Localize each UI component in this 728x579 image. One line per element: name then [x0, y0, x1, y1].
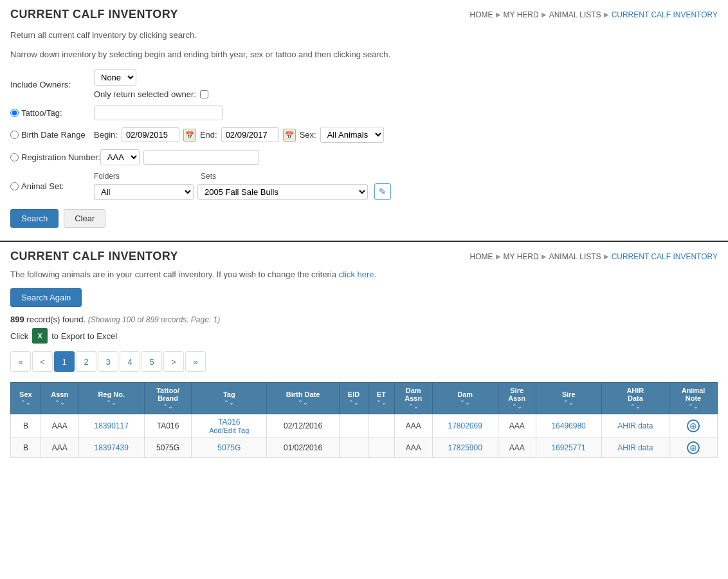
cell-animalnote: ⊕: [669, 414, 718, 438]
tattoo-radio-label[interactable]: Tattoo/Tag:: [10, 108, 94, 118]
dam-link[interactable]: 17825900: [448, 443, 482, 452]
breadcrumb-sep3: ▶: [604, 11, 609, 18]
table-row: B AAA 18397439 5075G 5075G 01/02/2016 AA…: [11, 438, 718, 458]
col-dam[interactable]: Dam⌃⌄: [432, 383, 498, 414]
breadcrumb-current-top: CURRENT CALF INVENTORY: [612, 10, 718, 19]
add-edit-tag-link[interactable]: Add/Edit Tag: [194, 427, 264, 434]
animal-note-btn[interactable]: ⊕: [687, 441, 700, 454]
click-here-link[interactable]: click here: [339, 270, 374, 279]
breadcrumb-myherd-top[interactable]: MY HERD: [504, 10, 539, 19]
begin-calendar-icon[interactable]: 📅: [183, 129, 196, 142]
owners-select[interactable]: None: [94, 69, 136, 86]
tattoo-radio[interactable]: [10, 109, 19, 117]
only-owner-checkbox[interactable]: [200, 90, 208, 98]
breadcrumb-home-top[interactable]: HOME: [470, 10, 493, 19]
begin-date-input[interactable]: [122, 127, 179, 142]
col-sex[interactable]: Sex⌃⌄: [11, 383, 41, 414]
breadcrumb-animallists-top[interactable]: ANIMAL LISTS: [549, 10, 601, 19]
record-count-sub: (Showing 100 of 899 records. Page: 1): [88, 315, 220, 324]
cell-tag: TA016 Add/Edit Tag: [192, 414, 267, 438]
page-2-btn[interactable]: 2: [76, 351, 96, 372]
end-date-input[interactable]: [221, 127, 279, 142]
animalset-radio[interactable]: [10, 182, 19, 190]
cell-tag: 5075G: [192, 438, 267, 458]
sire-link[interactable]: 16496980: [551, 421, 585, 430]
col-tattoo[interactable]: Tattoo/Brand⌃⌄: [144, 383, 192, 414]
breadcrumb-home-bottom[interactable]: HOME: [470, 252, 493, 261]
cell-et: [368, 438, 394, 458]
sets-select[interactable]: 2005 Fall Sale Bulls: [197, 184, 368, 200]
search-button[interactable]: Search: [10, 209, 59, 228]
birthdate-radio-label[interactable]: Birth Date Range: [10, 130, 94, 140]
col-birthdate[interactable]: Birth Date⌃⌄: [267, 383, 340, 414]
page-first-btn[interactable]: «: [10, 351, 31, 372]
animal-note-btn[interactable]: ⊕: [687, 419, 700, 432]
record-count-number: 899: [10, 315, 24, 324]
cell-sire: 16925771: [536, 438, 601, 458]
include-owners-row: Include Owners: None Only return selecte…: [10, 69, 718, 99]
col-assn[interactable]: Assn⌃⌄: [41, 383, 78, 414]
breadcrumb-sep4: ▶: [496, 253, 501, 260]
excel-icon[interactable]: X: [32, 328, 48, 344]
folder-select[interactable]: All: [94, 184, 194, 200]
col-sire[interactable]: Sire⌃⌄: [536, 383, 601, 414]
cell-ahir: AHIR data: [601, 414, 669, 438]
tattoo-label-text: Tattoo/Tag:: [21, 108, 62, 118]
result-description: The following animals are in your curren…: [10, 270, 718, 279]
regnumber-radio-label[interactable]: Registration Number:: [10, 152, 100, 162]
tattoo-input[interactable]: [94, 106, 223, 120]
col-ahir[interactable]: AHIRData⌃⌄: [601, 383, 669, 414]
result-desc-text: The following animals are in your curren…: [10, 270, 336, 279]
page-last-btn[interactable]: »: [185, 351, 206, 372]
end-calendar-icon[interactable]: 📅: [283, 129, 296, 142]
edit-set-icon[interactable]: ✎: [374, 183, 391, 200]
begin-label: Begin:: [94, 130, 118, 140]
regno-link[interactable]: 18390117: [94, 421, 128, 430]
tag-link[interactable]: 5075G: [217, 443, 241, 452]
dam-link[interactable]: 17802669: [448, 421, 482, 430]
ahir-link[interactable]: AHIR data: [617, 421, 653, 430]
clear-button[interactable]: Clear: [64, 209, 105, 228]
regnumber-radio[interactable]: [10, 153, 19, 161]
reg-assn-select[interactable]: AAA AHA: [100, 149, 140, 165]
regno-link[interactable]: 18397439: [94, 443, 128, 452]
col-eid[interactable]: EID⌃⌄: [340, 383, 369, 414]
export-text2: to Export to Excel: [51, 331, 117, 341]
page-prev-btn[interactable]: <: [32, 351, 53, 372]
birthdate-radio[interactable]: [10, 131, 19, 139]
breadcrumb-sep1: ▶: [496, 11, 501, 18]
sex-select[interactable]: All Animals Bulls Heifers: [320, 127, 384, 143]
cell-damassn: AAA: [394, 438, 432, 458]
col-sireassn[interactable]: SireAssn⌃⌄: [498, 383, 536, 414]
tag-link[interactable]: TA016: [218, 418, 240, 427]
cell-sex: B: [11, 438, 41, 458]
cell-assn: AAA: [41, 414, 78, 438]
col-damassn[interactable]: DamAssn⌃⌄: [394, 383, 432, 414]
cell-ahir: AHIR data: [601, 438, 669, 458]
page-1-btn[interactable]: 1: [54, 351, 75, 372]
breadcrumb-sep2: ▶: [541, 11, 547, 18]
table-row: B AAA 18390117 TA016 TA016 Add/Edit Tag …: [11, 414, 718, 438]
sire-link[interactable]: 16925771: [551, 443, 585, 452]
page-4-btn[interactable]: 4: [120, 351, 140, 372]
cell-et: [368, 414, 394, 438]
cell-tattoo: 5075G: [144, 438, 192, 458]
sex-label: Sex:: [300, 130, 316, 140]
col-et[interactable]: ET⌃⌄: [368, 383, 394, 414]
page-5-btn[interactable]: 5: [141, 351, 162, 372]
breadcrumb-myherd-bottom[interactable]: MY HERD: [504, 252, 539, 261]
breadcrumb-animallists-bottom[interactable]: ANIMAL LISTS: [549, 252, 601, 261]
page-3-btn[interactable]: 3: [98, 351, 118, 372]
col-regno[interactable]: Reg No.⌃⌄: [78, 383, 144, 414]
page-next-btn[interactable]: >: [163, 351, 184, 372]
reg-number-input[interactable]: [143, 150, 259, 165]
col-animalnote[interactable]: AnimalNote⌃⌄: [669, 383, 718, 414]
search-again-button[interactable]: Search Again: [10, 288, 82, 307]
cell-eid: [340, 414, 369, 438]
animalset-radio-label[interactable]: Animal Set:: [10, 181, 94, 191]
col-tag[interactable]: Tag⌃⌄: [192, 383, 267, 414]
inventory-table: Sex⌃⌄ Assn⌃⌄ Reg No.⌃⌄ Tattoo/Brand⌃⌄ Ta…: [10, 382, 718, 458]
ahir-link[interactable]: AHIR data: [617, 443, 653, 452]
export-text: Click: [10, 331, 28, 341]
end-label: End:: [200, 130, 217, 140]
